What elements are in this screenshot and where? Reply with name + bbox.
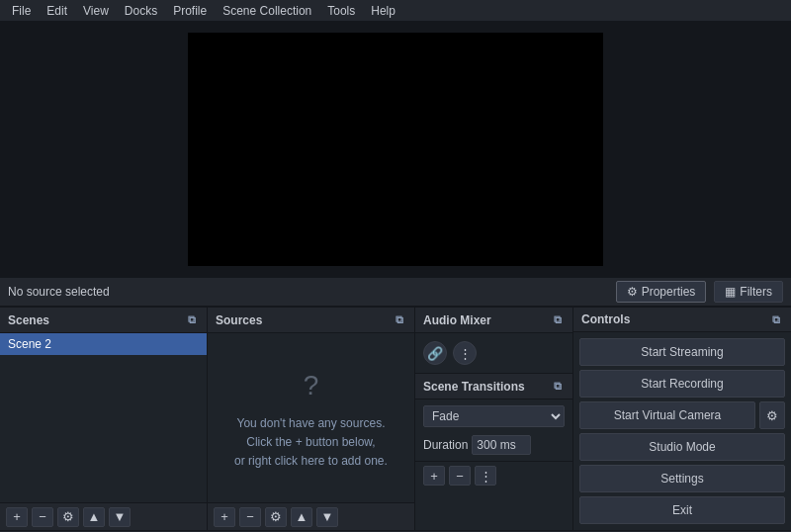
sources-add-button[interactable]: + (214, 507, 235, 527)
scenes-up-button[interactable]: ▲ (83, 507, 105, 527)
sources-down-button[interactable]: ▼ (316, 507, 338, 527)
scenes-remove-button[interactable]: − (32, 507, 53, 527)
audio-panel-title: Audio Mixer (423, 313, 491, 327)
audio-panel-header: Audio Mixer ⧉ (415, 308, 572, 333)
transitions-title: Scene Transitions (423, 380, 525, 394)
start-streaming-button[interactable]: Start Streaming (579, 338, 785, 366)
sources-panel-title: Sources (216, 313, 262, 327)
transitions-footer: + − ⋮ (415, 461, 572, 489)
scenes-panel-expand-icon[interactable]: ⧉ (185, 313, 199, 327)
filter-icon: ▦ (725, 285, 736, 299)
sources-up-button[interactable]: ▲ (291, 507, 312, 527)
menubar: File Edit View Docks Profile Scene Colle… (0, 0, 791, 22)
audio-mixer-panel: Audio Mixer ⧉ 🔗 ⋮ Scene Transitions ⧉ Fa… (415, 308, 573, 530)
controls-panel: Controls ⧉ Start Streaming Start Recordi… (573, 308, 791, 530)
scenes-add-button[interactable]: + (6, 507, 28, 527)
properties-button[interactable]: ⚙ Properties (616, 281, 707, 303)
controls-panel-expand-icon[interactable]: ⧉ (769, 312, 783, 326)
transitions-type-select[interactable]: Fade (423, 405, 565, 427)
audio-link-button[interactable]: 🔗 (423, 341, 447, 365)
scenes-down-button[interactable]: ▼ (109, 507, 131, 527)
transitions-add-button[interactable]: + (423, 466, 445, 486)
menu-scene-collection[interactable]: Scene Collection (215, 0, 319, 22)
no-source-label: No source selected (8, 285, 608, 299)
audio-panel-expand-icon[interactable]: ⧉ (551, 313, 565, 327)
menu-profile[interactable]: Profile (165, 0, 215, 22)
sources-panel-expand-icon[interactable]: ⧉ (393, 313, 406, 327)
sources-panel-footer: + − ⚙ ▲ ▼ (208, 502, 414, 530)
virtual-camera-settings-button[interactable]: ⚙ (759, 401, 785, 429)
duration-row: Duration (423, 435, 565, 455)
filters-button[interactable]: ▦ Filters (714, 281, 783, 303)
transitions-remove-button[interactable]: − (449, 466, 471, 486)
scene-item[interactable]: Scene 2 (0, 333, 207, 355)
transitions-expand-icon[interactable]: ⧉ (551, 380, 565, 394)
start-recording-button[interactable]: Start Recording (579, 370, 785, 398)
sources-empty-text: You don't have any sources. Click the + … (234, 414, 388, 472)
controls-panel-header: Controls ⧉ (573, 308, 791, 332)
transitions-configure-button[interactable]: ⋮ (475, 466, 496, 486)
scenes-panel: Scenes ⧉ Scene 2 + − ⚙ ▲ ▼ (0, 308, 208, 530)
menu-view[interactable]: View (75, 0, 117, 22)
scenes-panel-title: Scenes (8, 313, 49, 327)
sources-remove-button[interactable]: − (239, 507, 261, 527)
menu-help[interactable]: Help (363, 0, 403, 22)
settings-button[interactable]: Settings (579, 465, 785, 492)
gear-icon: ⚙ (627, 285, 638, 299)
scenes-panel-header: Scenes ⧉ (0, 308, 207, 333)
exit-button[interactable]: Exit (579, 496, 785, 524)
controls-panel-title: Controls (581, 312, 630, 326)
virtual-camera-row: Start Virtual Camera ⚙ (579, 401, 785, 429)
duration-input[interactable] (472, 435, 531, 455)
preview-canvas (188, 33, 603, 266)
sources-configure-button[interactable]: ⚙ (265, 507, 287, 527)
studio-mode-button[interactable]: Studio Mode (579, 433, 785, 461)
menu-tools[interactable]: Tools (319, 0, 363, 22)
scenes-list: Scene 2 (0, 333, 207, 502)
sources-empty[interactable]: ? You don't have any sources. Click the … (208, 333, 414, 502)
panels: Scenes ⧉ Scene 2 + − ⚙ ▲ ▼ Sources ⧉ ? Y… (0, 307, 791, 530)
audio-content: 🔗 ⋮ Scene Transitions ⧉ Fade Duration (415, 333, 572, 530)
transitions-header: Scene Transitions ⧉ (415, 374, 572, 399)
menu-file[interactable]: File (4, 0, 39, 22)
controls-list: Start Streaming Start Recording Start Vi… (573, 332, 791, 530)
start-virtual-camera-button[interactable]: Start Virtual Camera (579, 401, 755, 429)
preview-area (0, 22, 791, 277)
sources-panel: Sources ⧉ ? You don't have any sources. … (208, 308, 415, 530)
sources-empty-icon: ? (304, 364, 319, 408)
audio-more-button[interactable]: ⋮ (453, 341, 477, 365)
menu-edit[interactable]: Edit (39, 0, 75, 22)
scenes-panel-footer: + − ⚙ ▲ ▼ (0, 502, 207, 530)
duration-label: Duration (423, 438, 468, 452)
menu-docks[interactable]: Docks (117, 0, 165, 22)
audio-controls: 🔗 ⋮ (415, 333, 572, 373)
transitions-panel: Scene Transitions ⧉ Fade Duration + − ⋮ (415, 373, 572, 489)
scenes-configure-button[interactable]: ⚙ (57, 507, 79, 527)
source-bar: No source selected ⚙ Properties ▦ Filter… (0, 277, 791, 307)
sources-panel-header: Sources ⧉ (208, 308, 414, 333)
transitions-content: Fade Duration (415, 399, 572, 461)
